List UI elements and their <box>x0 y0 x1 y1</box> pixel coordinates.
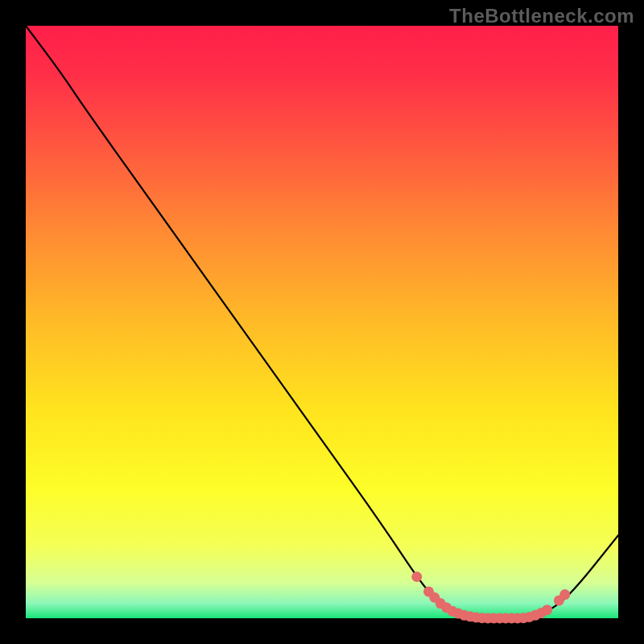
chart-frame: TheBottleneck.com <box>0 0 644 644</box>
highlight-dot <box>559 589 570 600</box>
chart-background <box>26 26 618 618</box>
highlight-dot <box>542 605 552 615</box>
watermark-label: TheBottleneck.com <box>449 5 634 27</box>
highlight-dot <box>411 572 422 582</box>
bottleneck-chart <box>0 0 644 644</box>
